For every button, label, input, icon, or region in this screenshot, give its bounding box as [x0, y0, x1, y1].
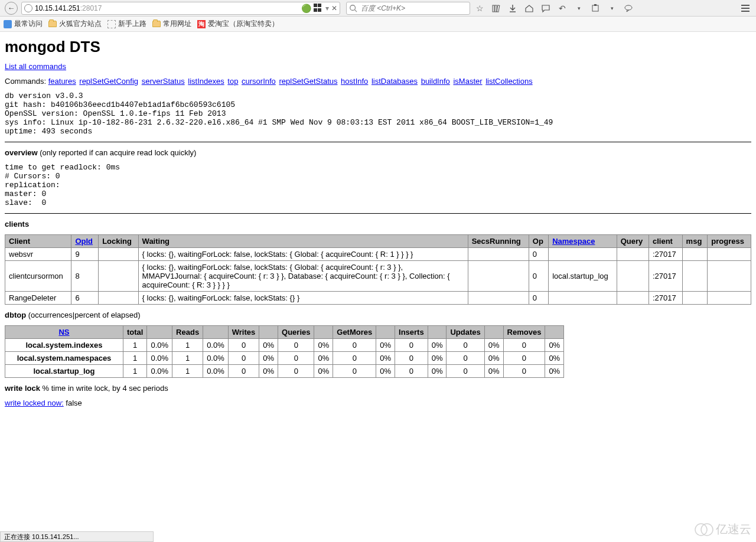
cell-secs — [468, 261, 529, 292]
cell: 0 — [395, 365, 428, 378]
th-Inserts: Inserts — [395, 326, 428, 339]
cell: 0% — [376, 339, 395, 352]
cell: 0 — [333, 365, 376, 378]
cell-ns — [549, 292, 617, 305]
opid-link[interactable]: OpId — [75, 237, 93, 246]
cell: 0% — [259, 352, 278, 365]
cell: 1 — [123, 365, 147, 378]
th-pct — [376, 326, 395, 339]
cell: 0.0% — [203, 365, 229, 378]
clients-label: clients — [5, 220, 29, 228]
addon-dropdown[interactable]: ▾ — [605, 2, 619, 14]
cell-waiting: { locks: {}, waitingForLock: false, lock… — [138, 248, 468, 261]
undo-dropdown[interactable]: ▾ — [572, 2, 586, 14]
bookmark-getting-started[interactable]: 新手上路 — [107, 19, 146, 29]
dbtop-note: (occurrences|percent of elapsed) — [26, 311, 140, 319]
command-link-cursorInfo[interactable]: cursorInfo — [242, 77, 276, 86]
cell: 0% — [376, 365, 395, 378]
addon-icon[interactable] — [588, 2, 602, 14]
cell-msg — [682, 248, 708, 261]
cell: 1 — [172, 365, 203, 378]
cell-ns — [549, 248, 617, 261]
cell: 0 — [447, 365, 484, 378]
cell: 0.0% — [147, 365, 172, 378]
ns-link[interactable]: NS — [58, 328, 69, 337]
address-bar[interactable]: 10.15.141.251:28017 🟢 ▾ ✕ — [21, 2, 340, 15]
url-dropdown[interactable]: ▾ — [325, 4, 329, 12]
cell: 1 — [123, 352, 147, 365]
cell-locking — [99, 292, 138, 305]
stop-button[interactable]: ✕ — [331, 4, 337, 12]
library-icon[interactable] — [489, 2, 503, 14]
cell: 0 — [228, 365, 259, 378]
search-input[interactable] — [360, 4, 467, 13]
cell-cclient: :27017 — [649, 292, 682, 305]
th-opid: OpId — [71, 235, 99, 248]
chat2-icon[interactable] — [621, 2, 636, 14]
downloads-icon[interactable] — [506, 2, 520, 14]
th-Queries: Queries — [278, 326, 314, 339]
cell: 0 — [395, 352, 428, 365]
cell-client: websvr — [5, 248, 71, 261]
cell-cclient: :27017 — [649, 261, 682, 292]
cell: 0.0% — [147, 352, 172, 365]
namespace-link[interactable]: Namespace — [552, 237, 595, 246]
svg-rect-4 — [497, 5, 500, 11]
cell: 0 — [278, 339, 314, 352]
th-locking: Locking — [99, 235, 138, 248]
folder-icon — [152, 21, 161, 27]
writelock-label: write lock — [5, 384, 40, 393]
cell: 0% — [428, 339, 447, 352]
undo-icon[interactable]: ↶ — [555, 2, 569, 14]
back-button[interactable]: ← — [4, 1, 19, 15]
star-icon[interactable]: ☆ — [472, 2, 487, 14]
bookmark-most-visited[interactable]: 最常访问 — [4, 19, 43, 29]
command-link-listIndexes[interactable]: listIndexes — [188, 77, 224, 86]
svg-rect-5 — [592, 5, 598, 11]
bookmark-aitaobao[interactable]: 淘爱淘宝（原淘宝特卖） — [197, 19, 279, 29]
command-link-features[interactable]: features — [48, 77, 76, 86]
cell: 0% — [428, 352, 447, 365]
cell-op: 0 — [529, 261, 548, 292]
cell-op: 0 — [529, 248, 548, 261]
command-link-replSetGetConfig[interactable]: replSetGetConfig — [79, 77, 138, 86]
cell: 0 — [395, 339, 428, 352]
menu-button[interactable] — [738, 2, 752, 14]
write-locked-now-link[interactable]: write locked now: — [5, 399, 64, 407]
list-all-commands-link[interactable]: List all commands — [5, 62, 66, 71]
chat-icon[interactable] — [539, 2, 553, 14]
overview-note: (only reported if can acquire read lock … — [38, 148, 197, 157]
command-link-isMaster[interactable]: isMaster — [453, 77, 482, 86]
th-pct — [259, 326, 278, 339]
home-icon[interactable] — [522, 2, 536, 14]
svg-point-7 — [625, 5, 632, 10]
command-link-top[interactable]: top — [227, 77, 238, 86]
th-msg: msg — [682, 235, 708, 248]
th-Removes: Removes — [503, 326, 545, 339]
cell: 0% — [259, 339, 278, 352]
command-link-replSetGetStatus[interactable]: replSetGetStatus — [279, 77, 337, 86]
command-link-hostInfo[interactable]: hostInfo — [341, 77, 368, 86]
search-bar[interactable] — [346, 2, 470, 15]
bookmark-firefox-official[interactable]: 火狐官方站点 — [48, 19, 102, 29]
qr-icon[interactable] — [314, 4, 323, 13]
cell: 0.0% — [203, 339, 229, 352]
cell: 0% — [545, 352, 564, 365]
cell: 0 — [333, 339, 376, 352]
table-row: RangeDeleter6{ locks: {}, waitingForLock… — [5, 292, 751, 305]
page-title: mongod DTS — [5, 38, 751, 56]
command-link-buildInfo[interactable]: buildInfo — [421, 77, 450, 86]
cell: 0% — [376, 352, 395, 365]
cell: 0 — [333, 352, 376, 365]
writelock-note: % time in write lock, by 4 sec periods — [40, 384, 168, 393]
bookmark-common-urls[interactable]: 常用网址 — [152, 19, 191, 29]
cell-msg — [682, 292, 708, 305]
cell-waiting: { locks: {}, waitingForLock: false, lock… — [138, 261, 468, 292]
folder-icon — [48, 21, 57, 27]
cell-ns: local.startup_log — [549, 261, 617, 292]
command-link-listDatabases[interactable]: listDatabases — [372, 77, 418, 86]
command-link-listCollections[interactable]: listCollections — [485, 77, 532, 86]
cell-secs — [468, 292, 529, 305]
cell-client: clientcursormon — [5, 261, 71, 292]
command-link-serverStatus[interactable]: serverStatus — [142, 77, 185, 86]
